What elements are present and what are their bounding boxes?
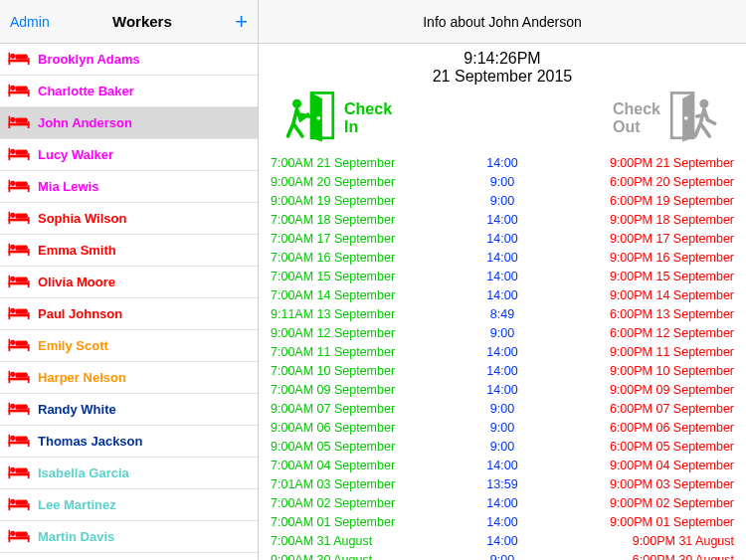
record-row: 9:00AM 07 September9:006:00PM 07 Septemb… (265, 399, 740, 418)
worker-row[interactable]: Randy White (0, 394, 258, 426)
svg-rect-21 (16, 182, 28, 187)
worker-row[interactable]: Harper Nelson (0, 362, 258, 394)
bed-icon (8, 433, 30, 450)
record-row: 7:00AM 02 September14:009:00PM 02 Septem… (265, 493, 740, 512)
worker-row[interactable]: Brooklyn Adams (0, 44, 258, 76)
check-out-icon (664, 88, 722, 149)
svg-point-75 (10, 531, 15, 536)
duration: 13:59 (456, 477, 548, 491)
worker-row[interactable]: Thomas Jackson (0, 426, 258, 458)
admin-link[interactable]: Admin (10, 14, 50, 30)
worker-row[interactable]: Emily Scott (0, 330, 258, 362)
worker-row[interactable]: Isabella Garcia (0, 458, 258, 489)
record-row: 7:01AM 03 September13:599:00PM 03 Septem… (265, 474, 740, 493)
svg-rect-46 (16, 341, 28, 346)
svg-rect-16 (16, 150, 28, 155)
checkout-time: 6:00PM 20 September (549, 175, 740, 189)
duration: 14:00 (456, 213, 548, 227)
checkout-time: 9:00PM 14 September (549, 288, 740, 302)
svg-rect-62 (9, 442, 30, 445)
worker-name: Thomas Jackson (38, 434, 143, 449)
worker-name: Emily Scott (38, 338, 108, 353)
worker-row[interactable]: Paul Johnson (0, 298, 258, 330)
duration: 14:00 (456, 496, 548, 510)
checkout-time: 6:00PM 19 September (549, 194, 740, 208)
worker-name: Lee Martinez (38, 497, 116, 512)
record-row: 7:00AM 18 September14:009:00PM 18 Septem… (265, 210, 740, 229)
svg-rect-23 (9, 180, 11, 192)
checkin-time: 7:00AM 01 September (265, 515, 456, 529)
svg-rect-51 (16, 373, 28, 378)
checkout-time: 9:00PM 11 September (549, 345, 740, 359)
checkout-time: 9:00PM 09 September (549, 383, 740, 397)
checkin-time: 9:00AM 05 September (265, 440, 456, 454)
worker-row[interactable]: John Anderson (0, 107, 258, 139)
duration: 8:49 (456, 307, 548, 321)
svg-point-20 (10, 181, 15, 186)
duration: 14:00 (456, 383, 548, 397)
svg-point-15 (10, 149, 15, 154)
worker-row[interactable]: Emma Smith (0, 235, 258, 267)
worker-name: Olivia Moore (38, 275, 115, 289)
worker-row[interactable]: Olivia Moore (0, 267, 258, 298)
svg-point-86 (684, 116, 688, 120)
worker-name: Randy White (38, 402, 116, 417)
checkout-time: 9:00PM 01 September (549, 515, 740, 529)
svg-rect-2 (9, 60, 30, 63)
checkout-time: 9:00PM 17 September (549, 232, 740, 246)
check-out-button[interactable]: CheckOut (613, 88, 722, 149)
svg-rect-19 (28, 153, 30, 160)
worker-name: Brooklyn Adams (38, 52, 140, 67)
svg-point-55 (10, 404, 15, 409)
record-row: 7:00AM 16 September14:009:00PM 16 Septem… (265, 248, 740, 267)
record-row: 7:00AM 17 September14:009:00PM 17 Septem… (265, 229, 740, 248)
worker-row[interactable]: Martin Davis (0, 521, 258, 553)
svg-point-5 (10, 86, 15, 91)
checkin-time: 7:00AM 17 September (265, 232, 456, 246)
worker-name: Martin Davis (38, 529, 114, 544)
worker-row[interactable]: Mia Lewis (0, 171, 258, 203)
checkin-time: 7:00AM 21 September (265, 156, 456, 170)
svg-rect-4 (28, 58, 30, 65)
svg-rect-38 (9, 276, 11, 287)
record-row: 7:00AM 01 September14:009:00PM 01 Septem… (265, 512, 740, 531)
checkin-time: 9:00AM 06 September (265, 421, 456, 435)
checkin-time: 7:00AM 02 September (265, 496, 456, 510)
duration: 9:00 (456, 194, 548, 208)
check-in-button[interactable]: CheckIn (282, 88, 392, 149)
svg-rect-37 (9, 282, 30, 285)
svg-rect-32 (9, 251, 30, 254)
checkout-time: 9:00PM 31 August (549, 534, 740, 548)
svg-rect-43 (9, 307, 11, 319)
duration: 9:00 (456, 421, 548, 435)
worker-row[interactable]: Lee Martinez (0, 489, 258, 521)
record-row: 7:00AM 21 September14:009:00PM 21 Septem… (265, 153, 740, 172)
checkout-time: 9:00PM 21 September (549, 156, 740, 170)
svg-point-45 (10, 340, 15, 345)
bed-icon (8, 465, 30, 481)
checkout-time: 9:00PM 15 September (549, 270, 740, 283)
bed-icon (8, 146, 30, 163)
sidebar: Admin Workers + Brooklyn AdamsCharlotte … (0, 0, 259, 560)
worker-row[interactable]: Charlotte Baker (0, 76, 258, 107)
checkin-time: 7:00AM 09 September (265, 383, 456, 397)
record-row: 9:00AM 06 September9:006:00PM 06 Septemb… (265, 418, 740, 437)
worker-name: Isabella Garcia (38, 466, 129, 480)
svg-rect-6 (16, 87, 28, 92)
checkin-time: 7:00AM 18 September (265, 213, 456, 227)
bed-icon (8, 114, 30, 131)
svg-rect-12 (9, 123, 30, 126)
checkout-time: 9:00PM 04 September (549, 459, 740, 472)
worker-row[interactable]: Lucy Walker (0, 139, 258, 171)
checkin-time: 7:00AM 15 September (265, 270, 456, 283)
worker-row[interactable]: Sophia Wilson (0, 203, 258, 235)
worker-name: Mia Lewis (38, 179, 98, 194)
svg-rect-27 (9, 219, 30, 222)
duration: 9:00 (456, 440, 548, 454)
duration: 14:00 (456, 459, 548, 472)
add-worker-button[interactable]: + (235, 11, 248, 33)
svg-rect-76 (16, 532, 28, 537)
records-list: 7:00AM 21 September14:009:00PM 21 Septem… (259, 153, 746, 560)
svg-rect-61 (16, 437, 28, 442)
worker-name: John Anderson (38, 115, 132, 130)
